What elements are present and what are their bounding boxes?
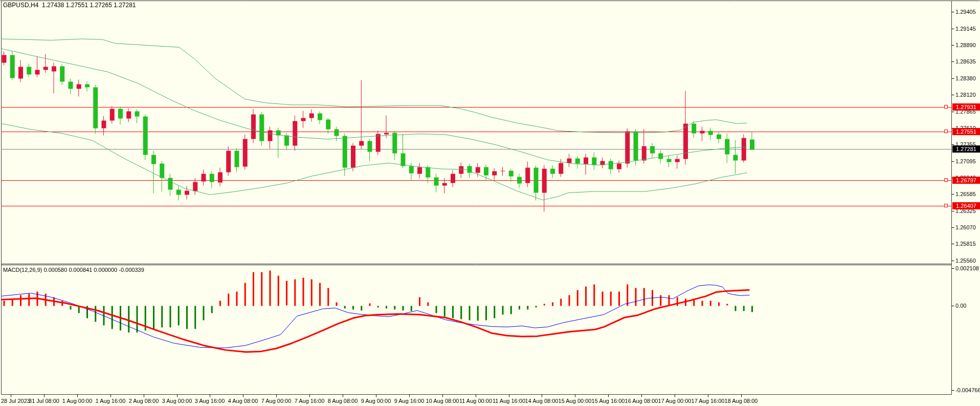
time-axis-label: 15 Aug 16:00 <box>592 398 625 404</box>
price-axis-label: 1.29405 <box>955 9 976 15</box>
price-axis-label: 1.27095 <box>955 158 976 164</box>
hline-price-badge: 1.26797 <box>952 177 980 184</box>
time-axis-label: 11 Aug 00:00 <box>459 398 492 404</box>
time-axis-label: 1 Aug 00:00 <box>62 398 93 404</box>
time-axis-label: 9 Aug 00:00 <box>361 398 391 404</box>
time-axis-label: 1 Aug 16:00 <box>96 398 126 404</box>
price-axis-label: 1.29145 <box>955 26 976 32</box>
macd-axis-label: -0.004766 <box>955 387 980 393</box>
time-axis-label: 31 Jul 08:00 <box>29 398 59 404</box>
time-axis-label: 2 Aug 08:00 <box>129 398 159 404</box>
hline-handle-marker[interactable] <box>944 105 948 109</box>
time-axis-label: 14 Aug 08:00 <box>525 398 559 404</box>
price-axis-label: 1.25560 <box>955 258 976 264</box>
time-axis-label: 17 Aug 16:00 <box>692 398 725 404</box>
price-axis-label: 1.28120 <box>955 92 976 98</box>
time-axis-label: 16 Aug 08:00 <box>625 398 658 404</box>
current-price-badge: 1.27281 <box>952 145 980 153</box>
price-axis-label: 1.28635 <box>955 58 976 65</box>
hline-handle-marker[interactable] <box>944 204 948 207</box>
macd-indicator-label: MACD(12,26,9) 0.000580 0.000841 0.000000… <box>3 267 144 273</box>
time-axis-label: 15 Aug 00:00 <box>559 398 592 404</box>
time-axis-label: 28 Jul 2023 <box>1 398 30 404</box>
price-axis-label: 1.28890 <box>955 42 976 48</box>
price-axis-label: 1.25815 <box>955 241 976 247</box>
hline-price-badge: 1.27931 <box>952 103 980 111</box>
price-axis-label: 1.26070 <box>955 224 976 230</box>
time-axis-label: 4 Aug 08:00 <box>228 398 258 404</box>
time-axis-label: 11 Aug 16:00 <box>493 398 525 404</box>
hline-price-badge: 1.27551 <box>952 128 980 135</box>
time-axis-label: 7 Aug 00:00 <box>261 398 292 404</box>
hline-price-badge: 1.26407 <box>952 202 980 209</box>
time-axis-label: 17 Aug 00:00 <box>658 398 692 404</box>
price-axis-label: 1.26585 <box>955 191 976 197</box>
hline-handle-marker[interactable] <box>944 178 948 182</box>
time-axis-label: 18 Aug 08:00 <box>725 398 758 404</box>
macd-axis-label: 0.00 <box>955 303 966 309</box>
time-axis-label: 10 Aug 08:00 <box>426 398 459 404</box>
hline-handle-marker[interactable] <box>944 130 948 133</box>
price-macd-chart-canvas[interactable] <box>0 0 980 406</box>
macd-axis-label: 0.002108 <box>955 265 979 271</box>
time-axis-label: 7 Aug 16:00 <box>295 398 325 404</box>
chart-title-ohlc: GBPUSD,H4 1.27438 1.27551 1.27265 1.2728… <box>3 2 136 9</box>
time-axis-label: 3 Aug 00:00 <box>162 398 192 404</box>
price-axis-label: 1.28380 <box>955 75 976 81</box>
time-axis-label: 3 Aug 16:00 <box>195 398 225 404</box>
time-axis-label: 9 Aug 16:00 <box>394 398 425 404</box>
chart-window: GBPUSD,H4 1.27438 1.27551 1.27265 1.2728… <box>0 0 980 406</box>
time-axis-label: 8 Aug 08:00 <box>328 398 358 404</box>
